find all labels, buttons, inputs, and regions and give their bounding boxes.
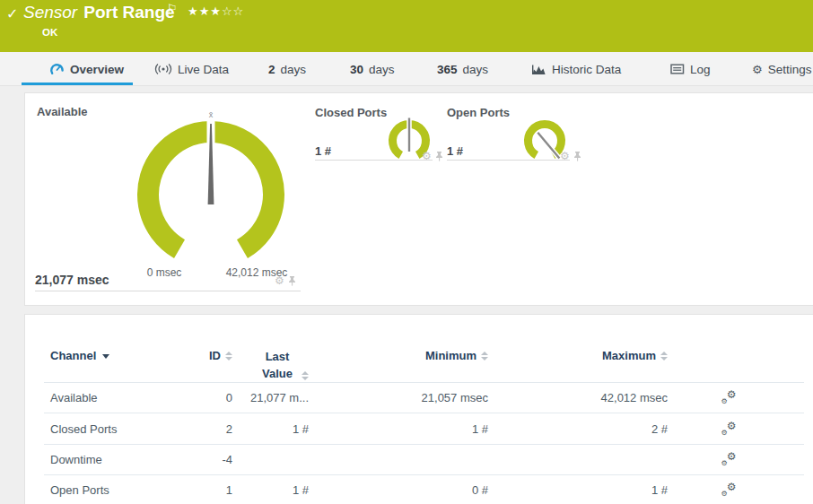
gauge-label-available: Available: [37, 105, 88, 118]
tab-label: Overview: [70, 63, 124, 76]
sensor-header: ✓ SensorPort Range ⚐ ★★★☆☆ OK: [0, 0, 813, 52]
gauge-value-open-ports: 1 #: [447, 144, 463, 158]
channel-id: -4: [205, 453, 232, 466]
channel-maximum: 2 #: [488, 422, 668, 436]
column-label: Channel: [50, 349, 96, 362]
column-header-last-value[interactable]: Last Value: [258, 349, 309, 383]
tab-365-days[interactable]: 365 days: [437, 52, 488, 86]
channel-minimum: 0 #: [309, 483, 488, 497]
table-row[interactable]: Open Ports 1 1 # 0 # 1 # ⚙⚙: [44, 475, 804, 504]
tab-settings[interactable]: ⚙ Settings: [752, 52, 811, 86]
channel-settings-icon[interactable]: ⚙⚙: [721, 483, 737, 497]
object-kind-label: Sensor: [23, 3, 77, 22]
tab-label: days: [281, 63, 307, 76]
column-header-id[interactable]: ID: [209, 349, 232, 362]
log-icon: [670, 64, 685, 74]
gauge-actions: ⚙: [275, 275, 296, 286]
channel-last-value: 1 #: [232, 422, 309, 436]
status-badge: OK: [42, 27, 57, 38]
table-row[interactable]: Available 0 21,077 m... 21,057 msec 42,0…: [44, 383, 804, 413]
page-title: SensorPort Range: [23, 3, 175, 22]
tab-label: Historic Data: [552, 63, 621, 76]
divider: [447, 160, 570, 161]
priority-stars[interactable]: ★★★☆☆: [188, 4, 244, 18]
channel-maximum: 42,012 msec: [488, 391, 668, 404]
gauge-label-open-ports: Open Ports: [447, 106, 510, 119]
status-ok-check-icon: ✓: [6, 5, 18, 22]
pin-icon[interactable]: [288, 275, 296, 286]
gauge-value-available: 21,077 msec: [35, 273, 109, 287]
channel-minimum: 21,057 msec: [309, 391, 488, 404]
column-label: Last Value: [258, 349, 297, 383]
channel-name[interactable]: Available: [50, 391, 205, 404]
tab-live-data[interactable]: Live Data: [154, 52, 229, 86]
tab-bar: Overview Live Data 2 days 30 days 365 da…: [0, 52, 813, 86]
channel-settings-icon[interactable]: ⚙⚙: [721, 453, 737, 466]
gauge-scale-min: 0 msec: [128, 266, 200, 279]
channel-name[interactable]: Downtime: [50, 453, 205, 466]
tab-historic-data[interactable]: Historic Data: [531, 52, 621, 86]
sort-icon: [660, 352, 668, 361]
channel-id: 1: [205, 483, 232, 497]
sort-icon: [481, 352, 488, 361]
tab-number: 30: [350, 63, 363, 76]
tab-overview[interactable]: Overview: [49, 52, 124, 86]
channels-table-panel: Channel ID Last Value Minimum: [24, 314, 813, 504]
channel-id: 0: [205, 391, 232, 404]
pin-icon[interactable]: [435, 151, 443, 161]
table-row[interactable]: Closed Ports 2 1 # 1 # 2 # ⚙⚙: [44, 413, 804, 444]
sort-icon: [225, 352, 232, 361]
gauges-panel: Available x̄ 0 msec 42,012 msec 21,077 m…: [24, 92, 813, 306]
gauge-icon: [49, 63, 65, 75]
gauge-needle: [538, 133, 559, 159]
channel-settings-icon[interactable]: ⚙⚙: [721, 422, 737, 436]
gauge-gear-icon[interactable]: ⚙: [275, 275, 284, 286]
channel-last-value: 21,077 m...: [232, 391, 309, 404]
column-label: ID: [209, 349, 221, 362]
mean-marker: x̄: [209, 110, 214, 119]
column-label: Minimum: [425, 349, 476, 362]
divider: [315, 160, 433, 161]
channel-minimum: 1 #: [309, 422, 488, 436]
tab-number: 365: [437, 63, 458, 76]
channel-last-value: 1 #: [232, 483, 309, 497]
divider: [35, 291, 301, 291]
channel-settings-icon[interactable]: ⚙⚙: [721, 391, 737, 404]
tab-log[interactable]: Log: [670, 52, 711, 86]
tab-number: 2: [268, 63, 275, 76]
table-header-row: Channel ID Last Value Minimum: [44, 315, 804, 383]
tab-label: days: [369, 63, 395, 76]
flag-icon[interactable]: ⚐: [167, 2, 178, 15]
column-header-minimum[interactable]: Minimum: [425, 349, 488, 362]
area-chart-icon: [531, 64, 546, 75]
gauge-value-closed-ports: 1 #: [315, 144, 331, 158]
channel-name[interactable]: Closed Ports: [50, 422, 205, 436]
column-header-channel[interactable]: Channel: [50, 349, 109, 362]
tab-30-days[interactable]: 30 days: [350, 52, 395, 86]
pin-icon[interactable]: [573, 151, 581, 161]
tab-label: Live Data: [178, 63, 229, 76]
tab-2-days[interactable]: 2 days: [268, 52, 306, 86]
gear-icon: ⚙: [752, 64, 763, 75]
channel-id: 2: [205, 422, 232, 436]
sort-desc-icon: [102, 354, 109, 359]
radio-waves-icon: [154, 63, 172, 75]
column-header-maximum[interactable]: Maximum: [602, 349, 668, 362]
active-tab-underline: [22, 83, 133, 86]
sensor-name: Port Range: [83, 3, 174, 22]
tab-label: days: [463, 63, 489, 76]
table-row[interactable]: Downtime -4 ⚙⚙: [44, 445, 804, 475]
channel-name[interactable]: Open Ports: [50, 483, 205, 497]
sort-icon: [302, 371, 309, 380]
tab-label: Log: [690, 63, 711, 76]
channel-maximum: 1 #: [488, 483, 668, 497]
gauge-label-closed-ports: Closed Ports: [315, 106, 387, 119]
column-label: Maximum: [602, 349, 656, 362]
available-gauge[interactable]: x̄: [121, 109, 301, 282]
tab-label: Settings: [768, 63, 812, 76]
